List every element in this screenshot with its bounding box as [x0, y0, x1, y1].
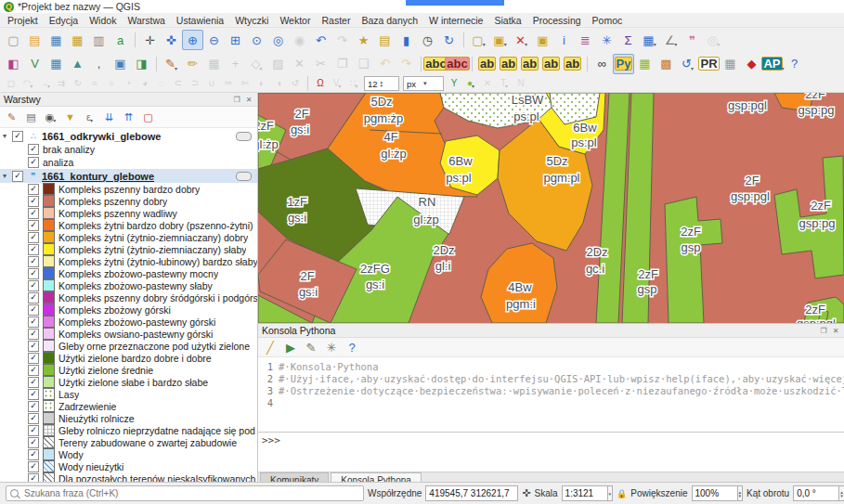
legend-swatch[interactable] — [43, 388, 55, 400]
legend-label[interactable]: Użytki zielone słabe i bardzo słabe — [58, 377, 208, 388]
legend-item-row[interactable]: ✓Użytki zielone słabe i bardzo słabe — [0, 376, 257, 388]
osm-place-search-button[interactable]: ∞ — [591, 54, 613, 74]
extent-toggle-icon[interactable]: ✜ — [522, 487, 530, 499]
visibility-checkbox[interactable]: ✓ — [28, 413, 39, 424]
add-group-button[interactable]: ▤ — [21, 108, 41, 126]
deselect-all-button[interactable]: ✕▾ — [511, 30, 532, 50]
legend-item-row[interactable]: ✓Kompleks żytni bardzo dobry (pszenno-ży… — [0, 219, 257, 231]
show-editor-button[interactable]: ✎ — [301, 338, 321, 356]
legend-label[interactable]: Wody — [58, 449, 84, 460]
legend-label[interactable]: Użytki zielone bardzo dobre i dobre — [58, 353, 212, 364]
attribute-table-dropdown-icon[interactable]: ▾ — [654, 41, 656, 49]
tab-komunikaty[interactable]: Komunikaty — [260, 472, 329, 482]
coordinates-input[interactable] — [425, 485, 518, 501]
help-contents-button[interactable]: ? — [784, 54, 805, 74]
identify-features-button[interactable]: i — [553, 30, 575, 50]
legend-label[interactable]: Dla pozostałych terenów nieskalsyfikowan… — [58, 473, 257, 483]
visibility-checkbox[interactable]: ✓ — [28, 389, 39, 400]
menu-wtyczki[interactable]: Wtyczki — [229, 15, 274, 26]
app-plugin-button[interactable]: AP▾ — [762, 54, 784, 74]
grid-plugin-button[interactable]: ▦ — [720, 54, 741, 74]
magnifier-spin-icon[interactable]: ▴▾ — [738, 485, 744, 501]
legend-label[interactable]: Kompleks pszenny wadliwy — [58, 208, 177, 219]
legend-swatch[interactable] — [43, 352, 55, 364]
zoom-to-layer-button[interactable]: ◎ — [267, 30, 289, 50]
legend-label[interactable]: Nieużytki rolnicze — [58, 413, 135, 424]
layer-name[interactable]: 1661_odkrywki_glebowe — [42, 131, 161, 142]
legend-label[interactable]: Kompleks owsiano-pastewny górski — [58, 329, 213, 340]
visibility-checkbox[interactable]: ✓ — [28, 317, 39, 328]
prng-plugin-button[interactable]: PR — [698, 54, 720, 74]
legend-label[interactable]: Kompleks żytni (żytnio-łubinowy) bardzo … — [58, 256, 257, 267]
map-canvas[interactable]: 2Fgs:i2zFgl:żp5Dzpgm:żp4Fgl:żpLsBWps:pl6… — [258, 93, 844, 323]
visibility-checkbox[interactable]: ✓ — [28, 401, 39, 412]
nominatim-search-dropdown-icon[interactable]: ▾ — [717, 41, 720, 49]
menu-warstwa[interactable]: Warstwa — [122, 15, 170, 26]
layer-labeling-button[interactable]: abc — [425, 54, 447, 74]
legend-label[interactable]: Lasy — [58, 389, 79, 400]
statistical-summary-button[interactable]: ≣ — [575, 30, 596, 50]
expander-icon[interactable]: ▾ — [3, 172, 12, 180]
scale-dropdown-icon[interactable]: ▾ — [608, 485, 614, 501]
visibility-checkbox[interactable]: ✓ — [28, 208, 39, 219]
legend-swatch[interactable] — [43, 424, 55, 436]
visibility-checkbox[interactable]: ✓ — [28, 268, 39, 279]
add-vector-layer-button[interactable]: V — [24, 54, 45, 74]
deselect-all-dropdown-icon[interactable]: ▾ — [525, 41, 527, 49]
map-tips-button[interactable]: ❞ — [682, 30, 703, 50]
visibility-checkbox[interactable]: ✓ — [28, 473, 39, 483]
legend-label[interactable]: Użytki zielone średnie — [58, 365, 153, 376]
bookmark-manager-button[interactable]: ▮ — [396, 30, 417, 50]
snapping-type-dropdown-icon[interactable]: ▾ — [338, 83, 341, 91]
snapping-toggle-button[interactable]: Ω — [312, 76, 329, 92]
pan-map-button[interactable]: ✛ — [139, 30, 161, 50]
legend-item-row[interactable]: ✓Gleby orne przeznaczone pod użytki ziel… — [0, 340, 257, 352]
tracing-offset-button[interactable]: ●▾ — [462, 76, 479, 92]
add-delimited-text-layer-button[interactable]: , — [88, 54, 110, 74]
refresh-map-button[interactable]: ↻ — [438, 30, 460, 50]
measure-dropdown-icon[interactable]: ▾ — [674, 41, 677, 49]
legend-swatch[interactable] — [43, 400, 55, 412]
legend-item-row[interactable]: ✓Kompleks owsiano-pastewny górski — [0, 328, 257, 340]
attribute-table-button[interactable]: ▦▾ — [639, 30, 660, 50]
legend-item-row[interactable]: ✓Tereny zabudowane o zwartej zabudowie — [0, 436, 257, 448]
menu-w-internecie[interactable]: W internecie — [423, 15, 488, 26]
tracing-offset-dropdown-icon[interactable]: ▾ — [472, 83, 474, 91]
rotation-input[interactable] — [793, 485, 839, 501]
snap-units-arrows[interactable]: ▾ — [423, 80, 427, 87]
manage-map-themes-button[interactable]: ◉▾ — [41, 108, 60, 126]
visibility-checkbox[interactable]: ✓ — [28, 244, 39, 255]
class-label[interactable]: brak analizy — [43, 144, 95, 155]
legend-swatch[interactable] — [43, 183, 55, 195]
run-command-button[interactable]: ▶ — [280, 338, 301, 356]
visibility-checkbox[interactable]: ✓ — [28, 304, 39, 316]
visibility-checkbox[interactable]: ✓ — [28, 329, 39, 340]
legend-swatch[interactable] — [43, 316, 55, 328]
visibility-checkbox[interactable]: ✓ — [28, 292, 39, 304]
legend-label[interactable]: Kompleks zbożowo-pastewny mocny — [58, 268, 218, 279]
raster-plugin-button[interactable]: ▩ — [656, 54, 677, 74]
visibility-checkbox[interactable]: ✓ — [12, 171, 23, 182]
clear-console-button[interactable]: ╱ — [260, 338, 280, 356]
console-help-button[interactable]: ? — [342, 338, 362, 356]
legend-swatch[interactable] — [43, 448, 55, 460]
legend-item-row[interactable]: ✓Nieużytki rolnicze — [0, 412, 257, 424]
move-feature-dropdown-icon[interactable]: ▾ — [47, 83, 50, 91]
layer-diagrams-button[interactable]: abc — [447, 54, 468, 74]
show-hide-labels-button[interactable]: ab — [498, 54, 519, 74]
snap-tolerance-arrows[interactable]: ▴▾ — [381, 80, 383, 87]
visibility-checkbox[interactable]: ✓ — [12, 131, 23, 142]
visibility-checkbox[interactable]: ✓ — [28, 449, 39, 460]
locator-search[interactable] — [6, 485, 364, 501]
circular-string-tool-dropdown-icon[interactable]: ▾ — [30, 83, 32, 91]
current-edits-button[interactable]: ✎▾ — [161, 54, 182, 74]
style-manager-button[interactable]: a — [110, 30, 131, 50]
layer-name[interactable]: 1661_kontury_glebowe — [42, 171, 154, 182]
menu-raster[interactable]: Raster — [316, 15, 356, 26]
show-bookmarks-button[interactable]: ▤ — [374, 30, 396, 50]
panel-close-icon[interactable]: ✕ — [244, 96, 253, 104]
lock-icon[interactable]: 🔒 — [617, 489, 627, 498]
snap-units[interactable]: px▾ — [403, 76, 444, 91]
legend-label[interactable]: Tereny zabudowane o zwartej zabudowie — [58, 437, 237, 448]
layer-row-1661_odkrywki_glebowe[interactable]: ▾✓∴1661_odkrywki_glebowe — [0, 129, 257, 143]
